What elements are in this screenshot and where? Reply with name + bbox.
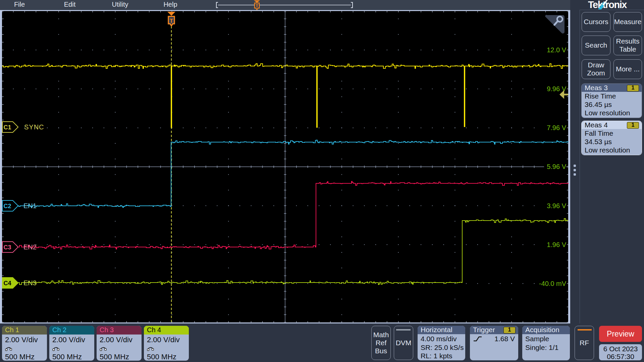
svg-text:5.96 V: 5.96 V <box>547 163 566 170</box>
svg-text:1.96 V: 1.96 V <box>547 241 566 248</box>
svg-text:EN3: EN3 <box>23 279 37 287</box>
svg-text:T: T <box>256 3 258 8</box>
svg-text:EN2: EN2 <box>23 243 37 251</box>
svg-text:C2: C2 <box>3 203 11 209</box>
svg-text:Tektronix: Tektronix <box>588 0 627 10</box>
svg-text:T: T <box>170 18 173 24</box>
svg-text:-40.0 mV: -40.0 mV <box>539 280 567 287</box>
svg-text:7.96 V: 7.96 V <box>547 124 566 131</box>
svg-text:EN1: EN1 <box>23 202 37 209</box>
svg-text:C1: C1 <box>3 124 11 131</box>
svg-text:C3: C3 <box>3 244 11 251</box>
svg-text:SYNC: SYNC <box>24 123 44 131</box>
svg-text:C4: C4 <box>3 280 11 287</box>
svg-text:3.96 V: 3.96 V <box>547 202 566 209</box>
svg-text:12.0 V: 12.0 V <box>547 46 566 54</box>
